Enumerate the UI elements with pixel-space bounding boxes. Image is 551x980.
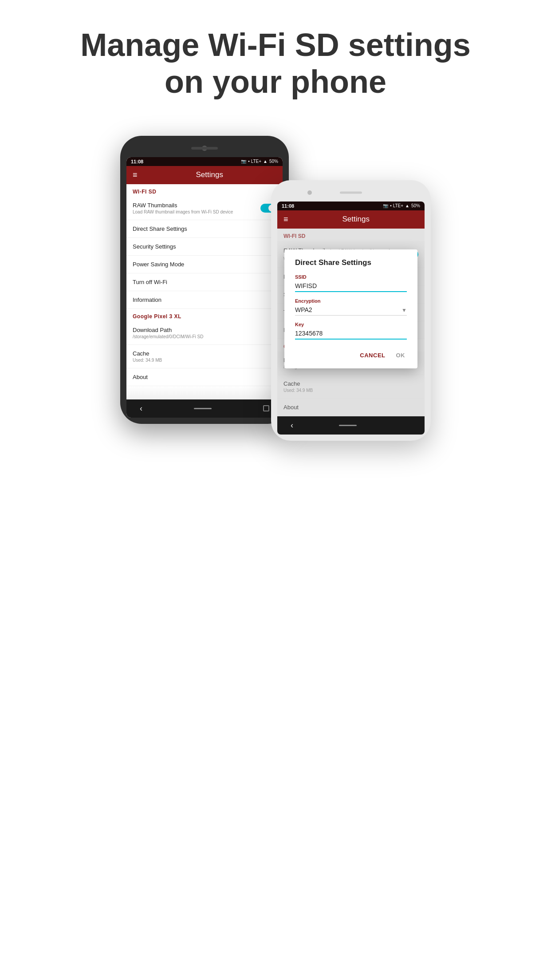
phones-container: 11:08 📷 • LTE+ ▲ 50% ≡ Settings WI-FI SD (18, 127, 533, 441)
dialog-title: Direct Share Settings (295, 258, 407, 267)
app-title-dark: Settings (143, 170, 276, 179)
key-label: Key (295, 322, 407, 327)
information-item-dark[interactable]: Information (126, 291, 283, 309)
key-input[interactable] (295, 329, 407, 340)
headline: Manage Wi-Fi SD settings on your phone (18, 27, 533, 100)
ssid-label: SSID (295, 274, 407, 280)
section-wifi-sd-dark: WI-FI SD (126, 184, 283, 197)
nav-recent-dark[interactable] (263, 405, 269, 411)
raw-thumbnails-row-dark[interactable]: RAW Thumbnails Load RAW thumbnail images… (126, 197, 283, 220)
phone-dark: 11:08 📷 • LTE+ ▲ 50% ≡ Settings WI-FI SD (120, 136, 289, 424)
download-path-item-dark[interactable]: Download Path /storage/emulated/0/DCIM/W… (126, 321, 283, 345)
raw-thumbnails-info-dark: RAW Thumbnails Load RAW thumbnail images… (133, 202, 233, 214)
status-bar-dark: 11:08 📷 • LTE+ ▲ 50% (126, 157, 283, 166)
raw-thumbnails-title-dark: RAW Thumbnails (133, 202, 233, 209)
status-icons-dark: 📷 • LTE+ ▲ 50% (241, 159, 278, 164)
cancel-button[interactable]: CANCEL (358, 349, 387, 361)
direct-share-settings-item-dark[interactable]: Direct Share Settings (126, 220, 283, 238)
raw-thumbnails-subtitle-dark: Load RAW thumbnail images from Wi-Fi SD … (133, 209, 233, 214)
nav-home-dark[interactable] (194, 408, 212, 409)
bars-dark: ▲ (263, 159, 268, 164)
security-settings-item-dark[interactable]: Security Settings (126, 238, 283, 256)
phone-white-top-bar (277, 186, 425, 199)
information-label-dark: Information (133, 296, 276, 303)
download-path-title-dark: Download Path (133, 327, 276, 333)
speaker-icon-white (340, 191, 362, 194)
nav-bar-dark: ‹ (126, 399, 283, 418)
power-saving-label-dark: Power Saving Mode (133, 261, 276, 268)
encryption-select[interactable]: WPA2 WPA WEP None (295, 305, 407, 316)
dialog-overlay: Direct Share Settings SSID Encryption WP… (277, 202, 425, 416)
hamburger-icon-dark[interactable]: ≡ (133, 170, 138, 180)
headline-line2: on your phone (18, 63, 533, 100)
download-path-subtitle-dark: /storage/emulated/0/DCIM/Wi-Fi SD (133, 334, 276, 339)
app-bar-dark: ≡ Settings (126, 166, 283, 184)
cache-item-dark[interactable]: Cache Used: 34.9 MB (126, 345, 283, 368)
settings-list-dark: WI-FI SD RAW Thumbnails Load RAW thumbna… (126, 184, 283, 399)
phone-screen-inner: 11:08 📷 • LTE+ ▲ 50% ≡ Settings WI (277, 202, 425, 416)
nav-home-white[interactable] (339, 425, 357, 426)
nav-back-white[interactable]: ‹ (291, 421, 293, 430)
phone-dark-top-bar (126, 142, 283, 154)
ssid-input[interactable] (295, 281, 407, 292)
phone-dark-screen: 11:08 📷 • LTE+ ▲ 50% ≡ Settings WI-FI SD (126, 157, 283, 418)
battery-dark: 50% (269, 159, 278, 164)
cache-subtitle-dark: Used: 34.9 MB (133, 358, 276, 363)
turn-off-wifi-item-dark[interactable]: Turn off Wi-Fi (126, 273, 283, 291)
phone-white-screen: 11:08 📷 • LTE+ ▲ 50% ≡ Settings WI (277, 202, 425, 435)
dialog-buttons: CANCEL OK (295, 349, 407, 361)
encryption-wrapper: WPA2 WPA WEP None ▼ (295, 305, 407, 316)
phone-white: 11:08 📷 • LTE+ ▲ 50% ≡ Settings WI (271, 180, 431, 441)
speaker-icon (191, 147, 218, 150)
about-label-dark: About (133, 374, 276, 380)
nav-bar-white: ‹ (277, 416, 425, 435)
nav-back-dark[interactable]: ‹ (140, 404, 142, 413)
section-google-dark: Google Pixel 3 XL (126, 309, 283, 321)
security-settings-label-dark: Security Settings (133, 243, 276, 250)
photo-icon-dark: 📷 (241, 159, 246, 164)
turn-off-wifi-label-dark: Turn off Wi-Fi (133, 279, 276, 285)
ok-button[interactable]: OK (394, 349, 407, 361)
signal-dark: • LTE+ (248, 159, 261, 164)
cache-title-dark: Cache (133, 350, 276, 357)
headline-line1: Manage Wi-Fi SD settings (18, 27, 533, 63)
status-time-dark: 11:08 (131, 159, 143, 164)
direct-share-settings-label-dark: Direct Share Settings (133, 225, 276, 232)
camera-icon-white (307, 190, 312, 195)
power-saving-item-dark[interactable]: Power Saving Mode (126, 256, 283, 273)
bottom-shadow-dark (126, 386, 283, 399)
direct-share-dialog: Direct Share Settings SSID Encryption WP… (284, 249, 417, 368)
about-item-dark[interactable]: About (126, 368, 283, 386)
encryption-label: Encryption (295, 298, 407, 304)
